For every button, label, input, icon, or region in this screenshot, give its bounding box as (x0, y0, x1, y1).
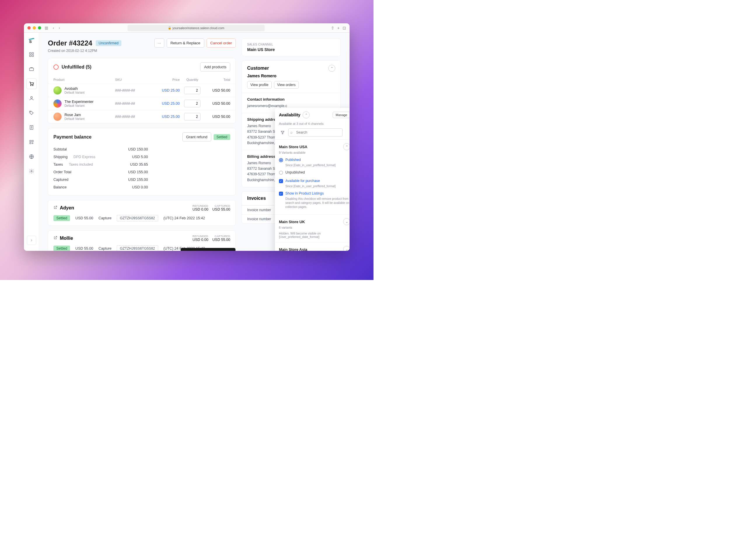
payment-state-badge: Settled (213, 134, 230, 140)
lock-icon: 🔒 (168, 26, 171, 29)
return-replace-button[interactable]: Return & Replace (166, 38, 204, 48)
svg-rect-13 (30, 143, 31, 144)
svg-rect-11 (30, 140, 31, 142)
svg-point-6 (30, 85, 31, 86)
col-price: Price (152, 78, 180, 81)
unpublished-radio[interactable]: Unpublished (279, 169, 350, 176)
sales-channel-label: SALES CHANNEL (247, 43, 335, 46)
nav-rail: S (24, 33, 39, 251)
view-profile-button[interactable]: View profile (247, 81, 272, 89)
expand-icon[interactable]: ⌄ (343, 218, 350, 225)
transaction-state-badge: Settled (53, 215, 70, 221)
transaction-id: GZTZHJ9SS6TG5S82 (117, 215, 158, 221)
capture-action[interactable]: Capture (99, 216, 111, 220)
grant-refund-button[interactable]: Grant refund (182, 132, 211, 141)
url-bar[interactable]: 🔒 yoursaleorinstance.saleor.cloud.com (128, 25, 265, 31)
add-products-button[interactable]: Add products (200, 62, 230, 72)
collapse-icon[interactable]: ⌃ (303, 111, 310, 118)
availability-panel: Availability ⌃ Manage Available at 3 out… (275, 108, 350, 251)
svg-text:S: S (29, 39, 32, 43)
manage-button[interactable]: Manage (333, 112, 350, 118)
collapse-icon[interactable]: ⌃ (328, 65, 335, 72)
svg-rect-4 (32, 55, 33, 57)
capture-action[interactable]: Capture (99, 246, 111, 250)
product-price-link[interactable]: USD 25.00 (152, 88, 180, 92)
payment-title: Payment balance (53, 134, 92, 140)
product-thumbnail (53, 113, 61, 121)
svg-point-9 (30, 112, 31, 112)
store-uk[interactable]: Main Store UK⌄ 6 variants Hidden. Will b… (275, 214, 350, 242)
svg-point-8 (31, 97, 32, 98)
svg-point-15 (31, 170, 32, 172)
col-quantity: Quantity (180, 78, 205, 81)
external-link-icon[interactable] (53, 205, 57, 211)
nav-discounts[interactable] (26, 108, 37, 118)
transaction-id[interactable]: GZTZHJ9SS6TG5S82 (117, 245, 158, 251)
nav-translations[interactable] (26, 151, 37, 162)
nav-orders[interactable] (26, 78, 37, 89)
browser-window: ▥ ‹ › 🔒 yoursaleorinstance.saleor.cloud.… (24, 23, 350, 251)
nav-dashboard[interactable] (26, 49, 37, 60)
customer-name: James Romero (247, 74, 335, 78)
nav-apps[interactable] (26, 137, 37, 147)
nav-pages[interactable] (26, 122, 37, 133)
svg-rect-1 (29, 53, 31, 54)
unfulfilled-card: Unfulfilled (5) Add products Product SKU… (48, 58, 236, 123)
capture-manual-button[interactable]: Capture manual transaction (181, 248, 235, 251)
window-minimize-icon[interactable] (33, 26, 36, 29)
product-thumbnail (53, 86, 61, 95)
payment-balance-card: Payment balance Grant refund Settled Sub… (48, 128, 236, 195)
page-title: Order #43224 (48, 39, 92, 47)
search-icon: ⌕ (290, 130, 293, 134)
back-button[interactable]: ‹ (52, 25, 55, 31)
svg-rect-12 (32, 140, 33, 142)
product-price-link[interactable]: USD 25.00 (152, 115, 180, 119)
forward-button[interactable]: › (57, 25, 61, 31)
gateway-mollie-card: Mollie REFUNDEDUSD 0.00 CAPTUREDUSD 55.0… (48, 231, 236, 251)
nav-customers[interactable] (26, 93, 37, 104)
svg-rect-3 (29, 55, 31, 57)
published-radio[interactable]: Published (279, 157, 350, 163)
product-row: The ExperimenterDefault Variant ###-####… (48, 97, 235, 110)
show-listings-checkbox[interactable]: ✓Show in Product Listings (279, 190, 350, 197)
transaction-state-badge: Settled (53, 246, 70, 251)
nav-settings[interactable] (26, 166, 37, 177)
window-close-icon[interactable] (27, 26, 31, 29)
more-actions-button[interactable]: ··· (154, 38, 164, 48)
expand-icon[interactable]: ⌄ (343, 246, 350, 251)
quantity-input[interactable] (184, 100, 201, 107)
new-tab-icon[interactable]: + (337, 26, 340, 30)
external-link-icon[interactable] (53, 236, 57, 241)
nav-catalog[interactable] (26, 64, 37, 74)
svg-rect-2 (32, 53, 33, 54)
filter-icon[interactable] (279, 129, 286, 136)
availability-search-input[interactable] (288, 128, 342, 136)
sales-channel-value: Main US Store (247, 47, 335, 52)
unfulfilled-status-icon (53, 64, 59, 70)
unfulfilled-title: Unfulfilled (5) (61, 64, 91, 70)
window-zoom-icon[interactable] (38, 26, 41, 29)
svg-rect-5 (29, 68, 33, 71)
sidebar-toggle-icon[interactable]: ▥ (44, 25, 49, 31)
store-asia[interactable]: Main Store Asia⌄ All variants Visible. W… (275, 242, 350, 251)
store-usa: Main Store USA⌃ 9 Variants available Pub… (275, 139, 350, 214)
product-price-link[interactable]: USD 25.00 (152, 102, 180, 106)
collapse-icon[interactable]: ⌃ (343, 143, 350, 150)
col-total: Total (205, 78, 230, 81)
gateway-adyen-card: Adyen REFUNDEDUSD 0.00 CAPTUREDUSD 55.00… (48, 200, 236, 226)
col-product: Product (53, 78, 115, 81)
product-row: Rose JamDefault Variant ###-####-## USD … (48, 110, 235, 123)
product-thumbnail (53, 100, 61, 108)
share-icon[interactable]: ⇧ (331, 26, 334, 30)
order-status-badge: Unconfirmed (96, 40, 121, 46)
app-logo[interactable]: S (28, 37, 35, 43)
url-text: yoursaleorinstance.saleor.cloud.com (173, 26, 224, 30)
quantity-input[interactable] (184, 113, 201, 121)
available-checkbox[interactable]: ✓Available for purchase (279, 178, 350, 184)
tabs-icon[interactable]: ⊡ (342, 26, 346, 30)
cancel-order-button[interactable]: Cancel order (207, 38, 236, 48)
quantity-input[interactable] (184, 87, 201, 94)
product-row: AvobathDefault Variant ###-####-## USD 2… (48, 84, 235, 97)
rail-expand-button[interactable] (27, 236, 36, 245)
view-orders-button[interactable]: View orders (274, 81, 299, 89)
